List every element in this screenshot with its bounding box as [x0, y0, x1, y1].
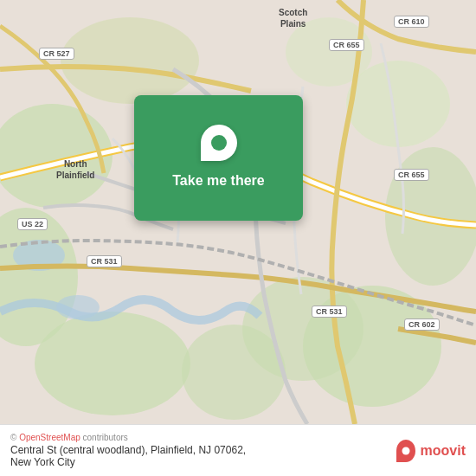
location-pin-wrapper — [193, 117, 244, 168]
location-address: Central St (central woodland), Plainfiel… — [10, 444, 246, 468]
moovit-pin-icon — [396, 440, 415, 462]
road-label-cr655-top: CR 655 — [329, 39, 364, 51]
moovit-label: moovit — [421, 443, 466, 459]
place-label-north-plainfield: NorthPlainfield — [56, 158, 94, 181]
svg-point-10 — [61, 17, 199, 104]
svg-point-7 — [182, 325, 286, 420]
moovit-logo: moovit — [396, 440, 466, 462]
location-card: Take me there — [134, 95, 303, 221]
copyright-text: © OpenStreetMap contributors — [10, 433, 246, 442]
svg-point-3 — [35, 312, 190, 415]
take-me-there-button[interactable]: Take me there — [165, 170, 271, 192]
road-label-us22-bottom: US 22 — [17, 218, 48, 230]
road-label-cr610: CR 610 — [394, 16, 429, 28]
location-pin — [201, 125, 237, 161]
map-container: CR 527 US 22 US 22 CR 655 CR 655 CR 610 … — [0, 0, 476, 424]
bottom-info: © OpenStreetMap contributors Central St … — [10, 433, 246, 468]
bottom-bar: © OpenStreetMap contributors Central St … — [0, 424, 476, 476]
road-label-cr527: CR 527 — [39, 48, 74, 60]
road-label-cr655-bottom: CR 655 — [394, 169, 429, 181]
place-label-scotch-plains: ScotchPlains — [279, 7, 307, 29]
road-label-cr602: CR 602 — [404, 318, 440, 331]
road-label-cr531-right: CR 531 — [312, 306, 347, 318]
svg-point-12 — [56, 295, 100, 319]
road-label-cr531-left: CR 531 — [87, 255, 122, 267]
